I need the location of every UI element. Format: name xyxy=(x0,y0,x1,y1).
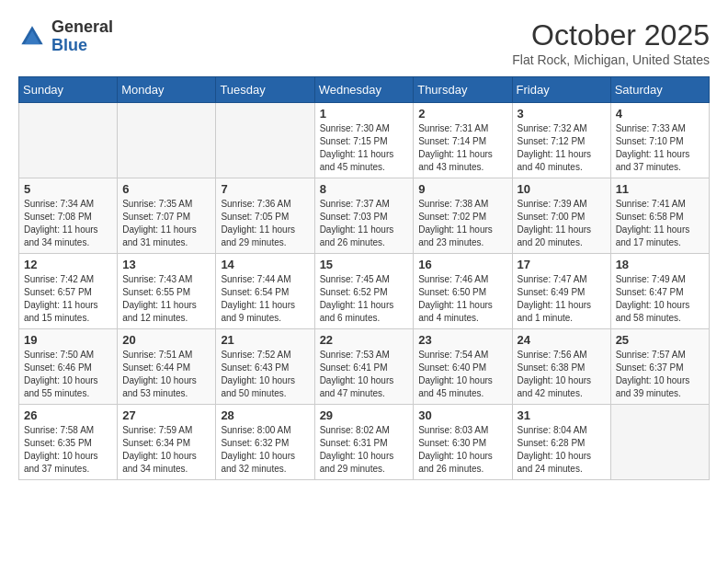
day-number: 31 xyxy=(518,408,606,422)
calendar-cell: 29Sunrise: 8:02 AM Sunset: 6:31 PM Dayli… xyxy=(314,405,414,480)
calendar-cell: 1Sunrise: 7:30 AM Sunset: 7:15 PM Daylig… xyxy=(314,103,414,178)
calendar-cell: 5Sunrise: 7:34 AM Sunset: 7:08 PM Daylig… xyxy=(19,178,118,254)
calendar-cell: 26Sunrise: 7:58 AM Sunset: 6:35 PM Dayli… xyxy=(19,405,118,480)
day-info: Sunrise: 7:30 AM Sunset: 7:15 PM Dayligh… xyxy=(320,122,409,174)
day-info: Sunrise: 7:44 AM Sunset: 6:54 PM Dayligh… xyxy=(221,273,309,325)
day-info: Sunrise: 7:39 AM Sunset: 7:00 PM Dayligh… xyxy=(518,198,606,249)
day-info: Sunrise: 8:00 AM Sunset: 6:32 PM Dayligh… xyxy=(221,424,309,476)
day-number: 21 xyxy=(221,333,309,347)
logo-icon xyxy=(18,23,46,51)
day-info: Sunrise: 7:57 AM Sunset: 6:37 PM Dayligh… xyxy=(616,349,704,400)
calendar-cell: 16Sunrise: 7:46 AM Sunset: 6:50 PM Dayli… xyxy=(414,254,512,329)
day-info: Sunrise: 7:31 AM Sunset: 7:14 PM Dayligh… xyxy=(418,122,506,174)
calendar-cell xyxy=(216,103,314,178)
day-info: Sunrise: 7:45 AM Sunset: 6:52 PM Dayligh… xyxy=(320,273,409,325)
calendar-cell: 8Sunrise: 7:37 AM Sunset: 7:03 PM Daylig… xyxy=(314,178,414,254)
day-number: 17 xyxy=(518,258,606,271)
weekday-header: Sunday xyxy=(19,77,118,103)
day-number: 20 xyxy=(122,333,210,347)
day-number: 13 xyxy=(122,258,210,271)
day-info: Sunrise: 7:47 AM Sunset: 6:49 PM Dayligh… xyxy=(518,273,606,325)
calendar-cell: 14Sunrise: 7:44 AM Sunset: 6:54 PM Dayli… xyxy=(216,254,314,329)
calendar-cell xyxy=(610,405,709,480)
day-info: Sunrise: 7:42 AM Sunset: 6:57 PM Dayligh… xyxy=(24,273,112,325)
calendar-cell: 24Sunrise: 7:56 AM Sunset: 6:38 PM Dayli… xyxy=(512,329,610,405)
weekday-header: Friday xyxy=(512,77,610,103)
day-info: Sunrise: 7:53 AM Sunset: 6:41 PM Dayligh… xyxy=(320,349,409,400)
calendar-cell: 9Sunrise: 7:38 AM Sunset: 7:02 PM Daylig… xyxy=(414,178,512,254)
day-number: 1 xyxy=(320,107,409,121)
day-info: Sunrise: 7:38 AM Sunset: 7:02 PM Dayligh… xyxy=(418,198,506,249)
day-number: 16 xyxy=(418,258,506,271)
logo-blue: Blue xyxy=(51,37,113,55)
day-number: 27 xyxy=(122,408,210,422)
day-info: Sunrise: 7:50 AM Sunset: 6:46 PM Dayligh… xyxy=(24,349,112,400)
calendar-week-row: 19Sunrise: 7:50 AM Sunset: 6:46 PM Dayli… xyxy=(19,329,710,405)
weekday-header: Monday xyxy=(118,77,216,103)
calendar-cell xyxy=(19,103,118,178)
page-header: General Blue October 2025 Flat Rock, Mic… xyxy=(18,18,710,67)
day-number: 30 xyxy=(418,408,506,422)
weekday-header: Wednesday xyxy=(314,77,414,103)
day-info: Sunrise: 7:52 AM Sunset: 6:43 PM Dayligh… xyxy=(221,349,309,400)
calendar-cell: 22Sunrise: 7:53 AM Sunset: 6:41 PM Dayli… xyxy=(314,329,414,405)
calendar-cell: 13Sunrise: 7:43 AM Sunset: 6:55 PM Dayli… xyxy=(118,254,216,329)
day-number: 24 xyxy=(518,333,606,347)
day-info: Sunrise: 7:58 AM Sunset: 6:35 PM Dayligh… xyxy=(24,424,112,476)
day-info: Sunrise: 7:59 AM Sunset: 6:34 PM Dayligh… xyxy=(122,424,210,476)
day-info: Sunrise: 7:35 AM Sunset: 7:07 PM Dayligh… xyxy=(122,198,210,249)
day-number: 29 xyxy=(320,408,409,422)
weekday-header: Saturday xyxy=(610,77,709,103)
day-number: 11 xyxy=(616,182,704,196)
calendar-cell: 11Sunrise: 7:41 AM Sunset: 6:58 PM Dayli… xyxy=(610,178,709,254)
calendar-week-row: 26Sunrise: 7:58 AM Sunset: 6:35 PM Dayli… xyxy=(19,405,710,480)
calendar-cell: 7Sunrise: 7:36 AM Sunset: 7:05 PM Daylig… xyxy=(216,178,314,254)
day-number: 22 xyxy=(320,333,409,347)
calendar-cell: 3Sunrise: 7:32 AM Sunset: 7:12 PM Daylig… xyxy=(512,103,610,178)
logo-text: General Blue xyxy=(51,18,113,55)
day-info: Sunrise: 7:34 AM Sunset: 7:08 PM Dayligh… xyxy=(24,198,112,249)
logo: General Blue xyxy=(18,18,113,55)
day-number: 5 xyxy=(24,182,112,196)
calendar-cell: 30Sunrise: 8:03 AM Sunset: 6:30 PM Dayli… xyxy=(414,405,512,480)
calendar-week-row: 5Sunrise: 7:34 AM Sunset: 7:08 PM Daylig… xyxy=(19,178,710,254)
day-info: Sunrise: 7:41 AM Sunset: 6:58 PM Dayligh… xyxy=(616,198,704,249)
weekday-header: Tuesday xyxy=(216,77,314,103)
day-info: Sunrise: 7:56 AM Sunset: 6:38 PM Dayligh… xyxy=(518,349,606,400)
calendar-cell: 20Sunrise: 7:51 AM Sunset: 6:44 PM Dayli… xyxy=(118,329,216,405)
day-number: 26 xyxy=(24,408,112,422)
day-info: Sunrise: 7:46 AM Sunset: 6:50 PM Dayligh… xyxy=(418,273,506,325)
day-number: 19 xyxy=(24,333,112,347)
calendar-cell: 6Sunrise: 7:35 AM Sunset: 7:07 PM Daylig… xyxy=(118,178,216,254)
day-info: Sunrise: 8:03 AM Sunset: 6:30 PM Dayligh… xyxy=(418,424,506,476)
day-number: 10 xyxy=(518,182,606,196)
day-number: 4 xyxy=(616,107,704,121)
calendar-cell: 23Sunrise: 7:54 AM Sunset: 6:40 PM Dayli… xyxy=(414,329,512,405)
calendar-cell: 28Sunrise: 8:00 AM Sunset: 6:32 PM Dayli… xyxy=(216,405,314,480)
day-info: Sunrise: 7:43 AM Sunset: 6:55 PM Dayligh… xyxy=(122,273,210,325)
day-info: Sunrise: 7:33 AM Sunset: 7:10 PM Dayligh… xyxy=(616,122,704,174)
calendar-cell: 17Sunrise: 7:47 AM Sunset: 6:49 PM Dayli… xyxy=(512,254,610,329)
day-number: 14 xyxy=(221,258,309,271)
day-info: Sunrise: 8:02 AM Sunset: 6:31 PM Dayligh… xyxy=(320,424,409,476)
day-number: 23 xyxy=(418,333,506,347)
calendar-cell xyxy=(118,103,216,178)
title-block: October 2025 Flat Rock, Michigan, United… xyxy=(512,18,710,67)
logo-general: General xyxy=(51,18,113,37)
day-number: 3 xyxy=(518,107,606,121)
calendar-cell: 10Sunrise: 7:39 AM Sunset: 7:00 PM Dayli… xyxy=(512,178,610,254)
calendar-cell: 15Sunrise: 7:45 AM Sunset: 6:52 PM Dayli… xyxy=(314,254,414,329)
calendar-week-row: 1Sunrise: 7:30 AM Sunset: 7:15 PM Daylig… xyxy=(19,103,710,178)
weekday-header: Thursday xyxy=(414,77,512,103)
day-info: Sunrise: 7:51 AM Sunset: 6:44 PM Dayligh… xyxy=(122,349,210,400)
calendar-cell: 21Sunrise: 7:52 AM Sunset: 6:43 PM Dayli… xyxy=(216,329,314,405)
calendar-cell: 19Sunrise: 7:50 AM Sunset: 6:46 PM Dayli… xyxy=(19,329,118,405)
day-number: 12 xyxy=(24,258,112,271)
calendar-week-row: 12Sunrise: 7:42 AM Sunset: 6:57 PM Dayli… xyxy=(19,254,710,329)
day-number: 9 xyxy=(418,182,506,196)
day-number: 8 xyxy=(320,182,409,196)
calendar-cell: 4Sunrise: 7:33 AM Sunset: 7:10 PM Daylig… xyxy=(610,103,709,178)
location: Flat Rock, Michigan, United States xyxy=(512,52,710,67)
day-info: Sunrise: 7:32 AM Sunset: 7:12 PM Dayligh… xyxy=(518,122,606,174)
calendar-cell: 18Sunrise: 7:49 AM Sunset: 6:47 PM Dayli… xyxy=(610,254,709,329)
